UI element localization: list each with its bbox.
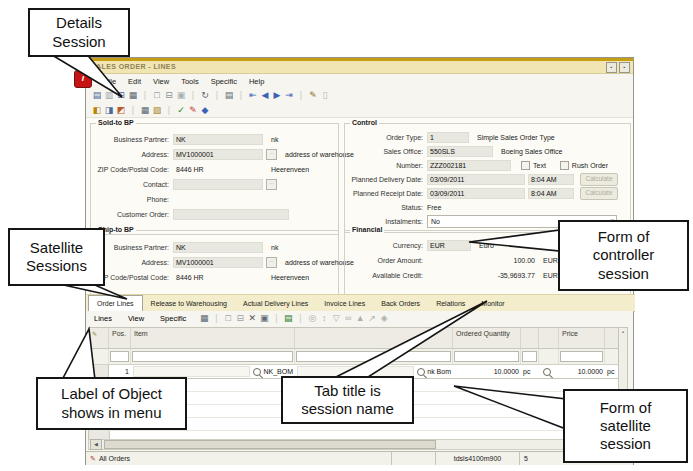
planned-receipt-date-field[interactable]: 03/09/2011 xyxy=(427,188,525,199)
save-line-icon[interactable]: ▣ xyxy=(258,312,270,325)
grid-horizontal-scrollbar[interactable]: ◀ xyxy=(88,439,626,450)
tab-actual-delivery-lines[interactable]: Actual Delivery Lines xyxy=(235,295,316,311)
item-filter-input[interactable] xyxy=(132,351,293,362)
ship-to-address-field[interactable]: MV1000001 xyxy=(173,257,263,268)
contact-browse-icon[interactable]: ⋯ xyxy=(266,179,277,190)
first-record-icon[interactable]: ⇤ xyxy=(247,89,259,102)
close-button[interactable]: ▪ xyxy=(619,62,630,73)
price-filter-input[interactable] xyxy=(560,351,603,362)
unit-filter-input[interactable] xyxy=(522,351,537,362)
refresh-icon[interactable]: ↻ xyxy=(199,89,211,102)
item-cell-field[interactable] xyxy=(133,366,250,377)
sort-icon[interactable]: ↕ xyxy=(318,312,330,325)
address-field[interactable]: MV1000001 xyxy=(173,149,263,160)
menu-view[interactable]: View xyxy=(147,77,175,86)
chart-icon[interactable]: ▲ xyxy=(354,312,366,325)
paste-icon[interactable]: ▣ xyxy=(175,89,187,102)
planned-receipt-time-field[interactable]: 8:04 AM xyxy=(528,188,574,199)
print-lines-icon[interactable]: ▦ xyxy=(198,312,210,325)
planned-delivery-time-field[interactable]: 8:04 AM xyxy=(528,174,574,185)
print-icon[interactable]: ▦ xyxy=(127,89,139,102)
text-checkbox[interactable] xyxy=(521,161,530,170)
cell-price[interactable]: 10.0000 xyxy=(559,365,605,378)
cell-price-zoom[interactable] xyxy=(539,365,559,378)
scroll-left-icon[interactable]: ◀ xyxy=(90,439,102,450)
insert-group-icon[interactable]: ◧ xyxy=(91,104,103,117)
col-header-item[interactable]: Item xyxy=(131,328,295,348)
export-icon[interactable]: ↗ xyxy=(366,312,378,325)
menu-tools[interactable]: Tools xyxy=(175,77,205,86)
attachment-icon[interactable]: ◆ xyxy=(199,104,211,117)
text-editor-icon[interactable]: ✎ xyxy=(187,104,199,117)
last-record-icon[interactable]: ⇥ xyxy=(283,89,295,102)
address-browse-icon[interactable]: ⋯ xyxy=(266,149,277,160)
col-header-ordered-quantity[interactable]: Ordered Quantity xyxy=(453,328,521,348)
filter-icon[interactable]: ▽ xyxy=(330,312,342,325)
number-field[interactable]: ZZZ002181 xyxy=(427,160,511,171)
calculate-receipt-button[interactable]: Calculate xyxy=(580,187,618,200)
menu-file[interactable]: File xyxy=(98,77,122,86)
pos-filter-input[interactable] xyxy=(110,351,129,362)
new-record-icon[interactable]: □ xyxy=(151,89,163,102)
sales-office-field[interactable]: 550SLS xyxy=(427,146,493,157)
contact-field[interactable] xyxy=(173,179,263,190)
quantity-filter-input[interactable] xyxy=(454,351,519,362)
settings-icon[interactable]: ◈ xyxy=(378,312,390,325)
planned-delivery-date-field[interactable]: 03/09/2011 xyxy=(427,174,525,185)
rush-order-checkbox[interactable] xyxy=(560,161,569,170)
save-icon[interactable]: ▤ xyxy=(91,89,103,102)
menu-specific-lines[interactable]: Specific xyxy=(152,314,194,323)
edit-icon[interactable]: ✎ xyxy=(307,89,319,102)
new-window-icon[interactable]: ⊞ xyxy=(115,89,127,102)
approve-icon[interactable]: ✓ xyxy=(175,104,187,117)
save-all-icon[interactable]: ▥ xyxy=(103,89,115,102)
insert-line-icon[interactable]: ▤ xyxy=(282,312,294,325)
item-desc-filter-input[interactable] xyxy=(296,351,451,362)
tab-back-orders[interactable]: Back Orders xyxy=(373,295,428,311)
menu-edit[interactable]: Edit xyxy=(122,77,147,86)
col-header-price[interactable]: Price xyxy=(559,328,605,348)
menu-view-lines[interactable]: View xyxy=(120,314,152,323)
field-label: Order Type: xyxy=(347,134,427,141)
ship-to-zip-desc: Heerenveen xyxy=(271,274,309,281)
copy-line-icon[interactable]: ⊟ xyxy=(234,312,246,325)
window-titlebar[interactable]: SALES ORDER - LINES ▪ ▪ xyxy=(86,58,633,74)
business-partner-field[interactable]: NK xyxy=(173,134,263,145)
print-preview-icon[interactable]: ▤ xyxy=(223,89,235,102)
exchange-icon[interactable]: ▧ xyxy=(151,104,163,117)
tab-order-lines[interactable]: Order Lines xyxy=(88,295,143,312)
prev-record-icon[interactable]: ◀ xyxy=(259,89,271,102)
item-desc-zoom-icon[interactable] xyxy=(417,368,425,376)
print-form-icon[interactable]: ▦ xyxy=(139,104,151,117)
scrollbar-thumb[interactable] xyxy=(104,440,436,449)
scroll-up-icon[interactable]: ▲ xyxy=(619,329,627,334)
main-toolbar: ▤▥⊞▦|□⊟▣|↻|▤|⇤◀▶⇥|✎▯ xyxy=(86,88,633,103)
price-zoom-icon[interactable] xyxy=(543,368,551,376)
cell-ordered-quantity[interactable]: 10.0000 xyxy=(453,365,521,378)
customer-order-field[interactable] xyxy=(173,209,289,220)
link-icon[interactable]: ∞ xyxy=(342,312,354,325)
item-zoom-icon[interactable] xyxy=(253,368,261,376)
menu-lines[interactable]: Lines xyxy=(86,314,120,323)
tab-release-to-warehousing[interactable]: Release to Warehousing xyxy=(143,295,235,311)
delete-group-icon[interactable]: ◩ xyxy=(115,104,127,117)
tab-relations[interactable]: Relations xyxy=(428,295,473,311)
calculate-delivery-button[interactable]: Calculate xyxy=(580,173,618,186)
ship-to-address-browse-icon[interactable]: ⋯ xyxy=(266,257,277,268)
duplicate-icon[interactable]: ⊟ xyxy=(163,89,175,102)
ship-to-bp-field[interactable]: NK xyxy=(173,242,263,253)
order-type-field[interactable]: 1 xyxy=(427,132,469,143)
restore-button[interactable]: ▪ xyxy=(606,62,617,73)
delete-line-icon[interactable]: ✕ xyxy=(246,312,258,325)
next-record-icon[interactable]: ▶ xyxy=(271,89,283,102)
new-line-icon[interactable]: □ xyxy=(222,312,234,325)
tab-invoice-lines[interactable]: Invoice Lines xyxy=(316,295,373,311)
menu-specific[interactable]: Specific xyxy=(205,77,243,86)
col-header-pos[interactable]: Pos. xyxy=(109,328,131,348)
copy-group-icon[interactable]: ◨ xyxy=(103,104,115,117)
more-options-icon[interactable]: ▯ xyxy=(319,89,331,102)
currency-field[interactable]: EUR xyxy=(427,240,471,251)
find-icon[interactable]: ◎ xyxy=(306,312,318,325)
tab-monitor[interactable]: Monitor xyxy=(473,295,512,311)
menu-help[interactable]: Help xyxy=(243,77,270,86)
